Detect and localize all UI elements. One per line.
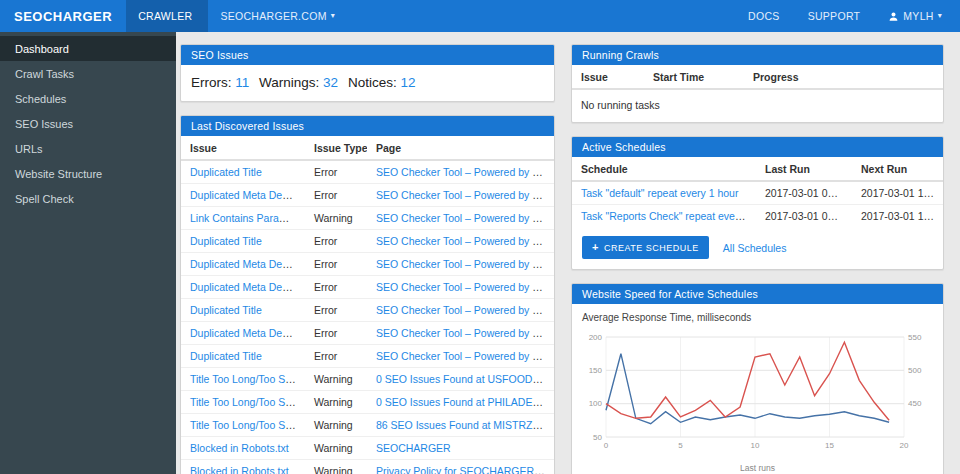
page-link[interactable]: 86 SEO Issues Found at MISTRZKLAWIATU...: [376, 419, 554, 431]
issue-link[interactable]: Blocked in Robots.txt: [190, 442, 289, 454]
page-link[interactable]: SEO Checker Tool – Powered by SEOCHARGER: [376, 212, 554, 224]
column-header-progress: Progress: [744, 65, 943, 89]
issue-type: Error: [314, 304, 337, 316]
issue-link[interactable]: Duplicated Meta Description: [190, 189, 305, 201]
column-header-issue-type: Issue Type: [305, 136, 367, 160]
issue-link[interactable]: Duplicated Title: [190, 235, 262, 247]
speed-chart: 5010015020045050055005101520: [582, 329, 932, 457]
running-crawls-panel: Running Crawls Issue Start Time Progress…: [571, 44, 944, 123]
top-navbar: SEOCHARGER CRAWLER SEOCHARGER.COM ▾ DOCS: [0, 0, 960, 32]
sidebar-item[interactable]: Crawl Tasks: [0, 61, 176, 86]
table-row: Duplicated Title Error SEO Checker Tool …: [181, 345, 554, 368]
schedule-link[interactable]: Task "Reports Check" repeat every 1 hour: [581, 210, 756, 222]
user-icon: [888, 11, 899, 22]
table-row: Duplicated Meta Description Error SEO Ch…: [181, 322, 554, 345]
last-run-value: 2017-03-01 09:13: [765, 210, 848, 222]
issue-type: Error: [314, 166, 337, 178]
brand-logo[interactable]: SEOCHARGER: [0, 0, 126, 32]
page-link[interactable]: SEO Checker Tool – Powered by SEOCHARGER: [376, 350, 554, 362]
svg-text:0: 0: [604, 441, 609, 450]
nav-item[interactable]: DOCS: [736, 0, 796, 32]
issue-link[interactable]: Duplicated Title: [190, 350, 262, 362]
issue-type: Error: [314, 189, 337, 201]
page-link[interactable]: SEO Checker Tool – Powered by SEOCHARGER: [376, 281, 554, 293]
svg-text:150: 150: [589, 366, 603, 375]
page-link[interactable]: 0 SEO Issues Found at USFOODSCULINARY...: [376, 373, 554, 385]
column-header-last-run: Last Run: [756, 157, 852, 181]
svg-text:20: 20: [900, 441, 909, 450]
next-run-value: 2017-03-01 10:08: [861, 187, 943, 199]
column-header-page: Page: [367, 136, 554, 160]
navbar-right-menu: DOCS SUPPORT MYLH ▾: [736, 0, 960, 32]
seo-issues-panel: SEO Issues Errors: 11 Warnings: 32 Notic…: [180, 44, 555, 102]
table-row: No running tasks: [572, 89, 943, 122]
nav-item[interactable]: SEOCHARGER.COM ▾: [208, 0, 347, 32]
last-run-value: 2017-03-01 09:08: [765, 187, 848, 199]
table-row: Duplicated Meta Description Error SEO Ch…: [181, 253, 554, 276]
issue-type: Warning: [314, 396, 353, 408]
issue-link[interactable]: Duplicated Title: [190, 166, 262, 178]
chevron-down-icon: ▾: [938, 12, 942, 20]
issue-type: Warning: [314, 373, 353, 385]
issue-type: Error: [314, 327, 337, 339]
page-link[interactable]: SEO Checker Tool – Powered by SEOCHARGER: [376, 327, 554, 339]
issue-link[interactable]: Duplicated Meta Description: [190, 327, 305, 339]
sidebar-item[interactable]: URLs: [0, 136, 176, 161]
sidebar-item[interactable]: Spell Check: [0, 186, 176, 211]
sidebar-item-label: SEO Issues: [15, 118, 73, 130]
issue-type: Error: [314, 258, 337, 270]
issue-type: Warning: [314, 465, 353, 474]
page-link[interactable]: SEO Checker Tool – Powered by SEOCHARGER: [376, 258, 554, 270]
nav-item-label: SUPPORT: [808, 10, 861, 22]
svg-text:15: 15: [825, 441, 834, 450]
page-link[interactable]: SEO Checker Tool – Powered by SEOCHARGER: [376, 235, 554, 247]
nav-item[interactable]: MYLH ▾: [876, 0, 954, 32]
issue-link[interactable]: Blocked in Robots.txt: [190, 465, 289, 474]
sidebar-item[interactable]: SEO Issues: [0, 111, 176, 136]
plus-icon: +: [592, 242, 599, 253]
page-link[interactable]: SEO Checker Tool – Powered by SEOCHARGER: [376, 189, 554, 201]
issue-link[interactable]: Title Too Long/Too Short: [190, 396, 303, 408]
active-schedules-panel: Active Schedules Schedule Last Run Next …: [571, 136, 944, 270]
issue-type: Warning: [314, 419, 353, 431]
notices-count-link[interactable]: 12: [400, 75, 415, 90]
table-row: Title Too Long/Too Short Warning 86 SEO …: [181, 414, 554, 437]
nav-item[interactable]: CRAWLER: [126, 0, 208, 32]
sidebar: Dashboard Crawl Tasks Schedules SEO Issu…: [0, 32, 176, 474]
table-row: Blocked in Robots.txt Warning SEOCHARGER: [181, 437, 554, 460]
page-link[interactable]: SEO Checker Tool – Powered by SEOCHARGER: [376, 166, 554, 178]
errors-count-link[interactable]: 11: [235, 75, 249, 90]
issue-link[interactable]: Duplicated Meta Description: [190, 258, 305, 270]
create-schedule-button[interactable]: + CREATE SCHEDULE: [582, 236, 709, 259]
issue-link[interactable]: Link Contains Parameters: [190, 212, 305, 224]
table-row: Task "default" repeat every 1 hour 2017-…: [572, 181, 943, 205]
issue-link[interactable]: Duplicated Meta Description: [190, 281, 305, 293]
page-link[interactable]: SEO Checker Tool – Powered by SEOCHARGER: [376, 304, 554, 316]
chart-x-axis-label: Last runs: [572, 463, 943, 474]
sidebar-item-label: Crawl Tasks: [15, 68, 74, 80]
website-speed-panel: Website Speed for Active Schedules Avera…: [571, 283, 944, 474]
all-schedules-link[interactable]: All Schedules: [723, 242, 787, 254]
column-header-start-time: Start Time: [644, 65, 744, 89]
sidebar-item[interactable]: Schedules: [0, 86, 176, 111]
notices-label: Notices:: [348, 75, 397, 90]
seo-issues-panel-title: SEO Issues: [181, 45, 554, 65]
nav-item[interactable]: SUPPORT: [796, 0, 877, 32]
svg-text:10: 10: [751, 441, 760, 450]
sidebar-item[interactable]: Website Structure: [0, 161, 176, 186]
issue-type: Error: [314, 350, 337, 362]
issue-link[interactable]: Title Too Long/Too Short: [190, 373, 303, 385]
svg-text:5: 5: [678, 441, 683, 450]
chevron-down-icon: ▾: [331, 12, 335, 20]
page-link[interactable]: 0 SEO Issues Found at PHILADELPHIAINT...: [376, 396, 554, 408]
page-link[interactable]: SEOCHARGER: [376, 442, 451, 454]
sidebar-item-label: Dashboard: [15, 43, 69, 55]
table-row: Duplicated Meta Description Error SEO Ch…: [181, 184, 554, 207]
schedule-link[interactable]: Task "default" repeat every 1 hour: [581, 187, 738, 199]
issue-link[interactable]: Duplicated Title: [190, 304, 262, 316]
sidebar-item[interactable]: Dashboard: [0, 36, 176, 61]
column-header-next-run: Next Run: [852, 157, 943, 181]
issue-link[interactable]: Title Too Long/Too Short: [190, 419, 303, 431]
page-link[interactable]: Privacy Policy for SEOCHARGER – Autom...: [376, 465, 554, 474]
warnings-count-link[interactable]: 32: [323, 75, 338, 90]
